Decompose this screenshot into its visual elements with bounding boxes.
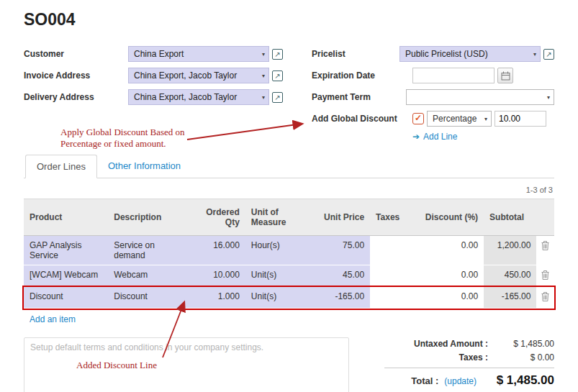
sale-order-form: SO004 Customer China Export ▾ ↗ Invoice … <box>0 0 578 392</box>
table-header-row: Product Description Ordered Qty Unit of … <box>24 199 554 236</box>
chevron-down-icon: ▾ <box>262 73 265 79</box>
payment-term-select[interactable]: ▾ <box>406 89 554 105</box>
header-taxes: Taxes <box>370 199 410 236</box>
chevron-down-icon: ▾ <box>547 94 550 101</box>
cell-subtotal: -165.00 <box>484 287 536 309</box>
header-description: Description <box>108 199 185 236</box>
terms-conditions-input[interactable]: Setup default terms and conditions in yo… <box>24 337 349 392</box>
chevron-down-icon: ▾ <box>533 51 536 58</box>
external-link-icon[interactable]: ↗ <box>272 49 283 60</box>
external-link-icon[interactable]: ↗ <box>543 49 554 60</box>
header-unit-of-measure: Unit of Measure <box>245 199 315 236</box>
calendar-button[interactable] <box>497 68 513 83</box>
chevron-down-icon: ▾ <box>262 51 265 58</box>
add-line-link[interactable]: Add Line <box>423 132 457 142</box>
totals: Untaxed Amount : $ 1,485.00 Taxes : $ 0.… <box>366 337 554 392</box>
chevron-down-icon: ▾ <box>484 116 487 122</box>
add-item-row: Add an item <box>24 309 554 331</box>
untaxed-amount-value: $ 1,485.00 <box>488 339 554 349</box>
notebook-tabs: Order Lines Other Information <box>24 155 554 178</box>
delete-row-button[interactable] <box>536 265 554 287</box>
customer-label: Customer <box>24 49 128 59</box>
invoice-address-field: Invoice Address China Export, Jacob Tayl… <box>24 67 312 84</box>
add-line-row: ➔ Add Line <box>412 132 554 142</box>
invoice-address-value: China Export, Jacob Taylor <box>134 70 237 81</box>
pricelist-value: Public Pricelist (USD) <box>405 49 488 59</box>
delivery-address-label: Delivery Address <box>24 92 128 102</box>
global-discount-checkbox[interactable]: ✓ <box>412 113 424 124</box>
payment-term-label: Payment Term <box>312 92 406 102</box>
calendar-icon <box>501 71 510 81</box>
table-row[interactable]: GAP Analysis Service Service on demand 1… <box>24 236 554 265</box>
tab-order-lines[interactable]: Order Lines <box>25 155 97 178</box>
delete-row-button[interactable] <box>536 236 554 265</box>
table-row-discount[interactable]: Discount Discount 1.000 Unit(s) -165.00 … <box>24 287 554 309</box>
cell-uom[interactable]: Unit(s) <box>245 265 315 287</box>
trash-icon <box>541 292 549 301</box>
cell-qty[interactable]: 1.000 <box>185 287 245 309</box>
discount-type-value: Percentage <box>433 114 477 124</box>
cell-unit-price[interactable]: 75.00 <box>315 236 370 265</box>
cell-taxes[interactable] <box>370 265 410 287</box>
cell-unit-price[interactable]: -165.00 <box>315 287 370 309</box>
invoice-address-select[interactable]: China Export, Jacob Taylor ▾ <box>128 68 269 83</box>
payment-term-field: Payment Term ▾ <box>312 88 554 106</box>
delete-row-button[interactable] <box>536 287 554 309</box>
cell-uom[interactable]: Hour(s) <box>245 236 315 265</box>
cell-discount[interactable]: 0.00 <box>410 265 484 287</box>
customer-select[interactable]: China Export ▾ <box>128 46 269 62</box>
total-label: Total : <box>411 375 438 386</box>
cell-subtotal: 450.00 <box>484 265 536 287</box>
expiration-date-field: Expiration Date <box>312 67 554 84</box>
cell-discount[interactable]: 0.00 <box>410 236 484 265</box>
external-link-icon[interactable]: ↗ <box>272 70 283 81</box>
header-product: Product <box>24 199 108 236</box>
delivery-address-value: China Export, Jacob Taylor <box>134 92 237 102</box>
cell-taxes[interactable] <box>370 287 410 309</box>
cell-product[interactable]: [WCAM] Webcam <box>24 265 108 287</box>
cell-uom[interactable]: Unit(s) <box>245 287 315 309</box>
order-lines-table: Product Description Ordered Qty Unit of … <box>24 199 554 330</box>
invoice-address-label: Invoice Address <box>24 70 128 81</box>
header-discount: Discount (%) <box>410 199 484 236</box>
header-unit-price: Unit Price <box>315 199 370 236</box>
discount-amount-input[interactable] <box>495 111 546 127</box>
cell-description[interactable]: Service on demand <box>108 236 185 265</box>
cell-discount[interactable]: 0.00 <box>410 287 484 309</box>
pricelist-select[interactable]: Public Pricelist (USD) ▾ <box>399 46 541 62</box>
cell-description[interactable]: Discount <box>108 287 185 309</box>
pricelist-field: Pricelist Public Pricelist (USD) ▾ ↗ <box>312 45 554 63</box>
add-an-item-link[interactable]: Add an item <box>30 314 76 324</box>
total-value: $ 1,485.00 <box>482 373 554 388</box>
header-ordered-qty: Ordered Qty <box>185 199 245 236</box>
delivery-address-select[interactable]: China Export, Jacob Taylor ▾ <box>128 89 269 105</box>
expiration-date-label: Expiration Date <box>312 70 412 81</box>
cell-product[interactable]: Discount <box>24 287 108 309</box>
cell-qty[interactable]: 16.000 <box>185 236 245 265</box>
arrow-right-icon: ➔ <box>412 132 420 142</box>
cell-subtotal: 1,200.00 <box>484 236 536 265</box>
header-actions <box>536 199 554 236</box>
cell-unit-price[interactable]: 45.00 <box>315 265 370 287</box>
trash-icon <box>541 241 549 250</box>
expiration-date-input[interactable] <box>412 68 495 83</box>
trash-icon <box>541 270 549 280</box>
taxes-label: Taxes : <box>459 352 488 363</box>
cell-taxes[interactable] <box>370 236 410 265</box>
delivery-address-field: Delivery Address China Export, Jacob Tay… <box>24 88 312 106</box>
table-row[interactable]: [WCAM] Webcam Webcam 10.000 Unit(s) 45.0… <box>24 265 554 287</box>
taxes-value: $ 0.00 <box>488 352 554 363</box>
cell-description[interactable]: Webcam <box>108 265 185 287</box>
discount-type-select[interactable]: Percentage ▾ <box>427 111 492 127</box>
cell-qty[interactable]: 10.000 <box>185 265 245 287</box>
global-discount-label: Add Global Discount <box>312 114 412 124</box>
pager: 1-3 of 3 <box>24 186 553 194</box>
external-link-icon[interactable]: ↗ <box>272 92 283 103</box>
update-link[interactable]: (update) <box>444 376 477 386</box>
totals-divider <box>384 368 554 368</box>
form-right-column: Pricelist Public Pricelist (USD) ▾ ↗ Exp… <box>312 45 554 142</box>
cell-product[interactable]: GAP Analysis Service <box>24 236 108 265</box>
customer-value: China Export <box>134 49 184 59</box>
pricelist-label: Pricelist <box>312 49 399 59</box>
tab-other-information[interactable]: Other Information <box>97 155 191 178</box>
